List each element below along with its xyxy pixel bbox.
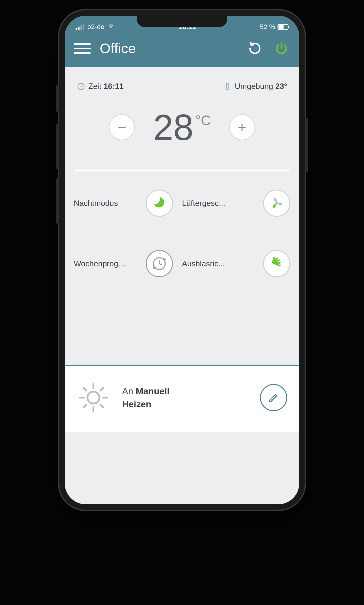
night-mode-button[interactable]: [146, 190, 173, 217]
edit-button[interactable]: [260, 384, 287, 411]
schedule-icon: [151, 256, 167, 272]
time-label: Zeit: [88, 82, 101, 91]
power-button[interactable]: [273, 40, 290, 57]
time-info: Zeit 16:11: [77, 82, 124, 91]
mode-status: An Manuell Heizen: [122, 385, 248, 411]
menu-button[interactable]: [74, 40, 91, 57]
svg-line-10: [84, 405, 86, 407]
svg-point-3: [87, 392, 99, 403]
pencil-icon: [268, 392, 280, 404]
night-mode-label: Nachtmodus: [74, 199, 118, 208]
info-row: Zeit 16:11 Umgebung 23°: [65, 67, 299, 100]
louver-icon: [270, 257, 284, 271]
sun-icon: [77, 381, 110, 414]
time-value: 16:11: [104, 82, 124, 91]
svg-point-1: [275, 202, 278, 205]
decrease-button[interactable]: −: [109, 114, 135, 140]
ambient-value: 23°: [275, 82, 287, 91]
louver-button[interactable]: [263, 250, 290, 277]
app-header: Office: [65, 34, 299, 67]
week-program-button[interactable]: [146, 250, 173, 277]
ambient-label: Umgebung: [235, 82, 273, 91]
svg-line-9: [100, 405, 103, 407]
fan-speed-button[interactable]: [263, 190, 290, 217]
battery-icon: [278, 24, 288, 30]
phone-frame: o2-de 16:11 52 % Office: [58, 9, 306, 511]
week-program-label: Wochenprogra...: [74, 259, 128, 268]
temperature-value: 28: [153, 109, 193, 145]
temperature-display: 28 °C: [153, 109, 211, 145]
temperature-control: − 28 °C +: [65, 100, 299, 170]
battery-pct: 52 %: [260, 23, 275, 31]
mode-grid: Nachtmodus Lüftergesc...: [65, 190, 299, 295]
page-title: Office: [100, 40, 237, 57]
status-prefix: An: [122, 386, 133, 396]
screen: o2-de 16:11 52 % Office: [65, 16, 299, 504]
wifi-icon: [107, 22, 115, 31]
signal-icon: [76, 24, 84, 30]
temperature-unit: °C: [195, 113, 211, 127]
svg-line-11: [100, 388, 103, 391]
louver-label: Ausblasric...: [182, 259, 225, 268]
carrier-label: o2-de: [87, 23, 104, 31]
fan-speed-label: Lüftergesc...: [182, 199, 225, 208]
ambient-info: Umgebung 23°: [223, 82, 287, 91]
status-mode: Manuell: [136, 386, 170, 396]
fan-icon: [269, 196, 284, 211]
divider: [74, 170, 290, 171]
status-action: Heizen: [122, 399, 151, 409]
footer: An Manuell Heizen: [65, 366, 299, 432]
increase-button[interactable]: +: [229, 114, 255, 140]
svg-line-8: [84, 388, 86, 391]
moon-icon: [153, 197, 166, 210]
refresh-button[interactable]: [246, 40, 264, 57]
